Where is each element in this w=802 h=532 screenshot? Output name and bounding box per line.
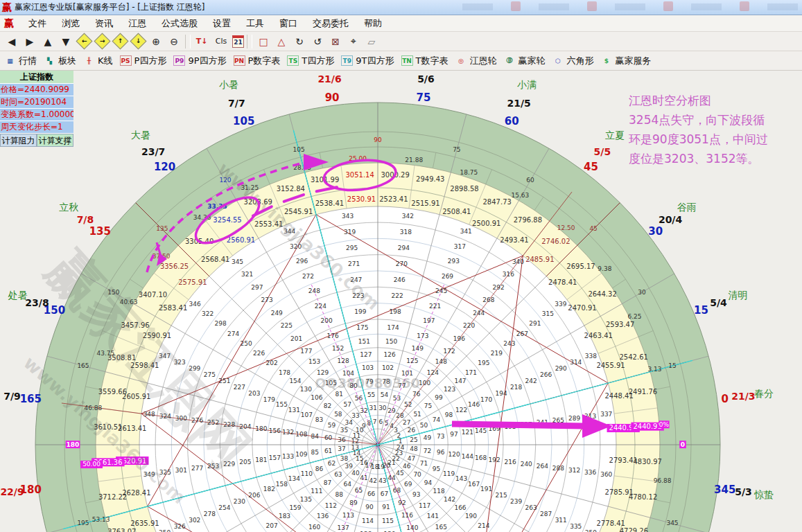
svg-text:239: 239 (510, 498, 522, 505)
center-tool-icon[interactable]: ⌖ (345, 34, 362, 49)
instrument-title: 上证指数 (0, 71, 73, 84)
svg-text:9.38: 9.38 (598, 265, 611, 272)
zoom-out-icon[interactable]: ⊖ (166, 34, 182, 49)
svg-text:24: 24 (396, 444, 405, 451)
toolbar-item-t-square[interactable]: TST四方形 (287, 55, 334, 67)
cls-button-icon[interactable]: Cls (211, 34, 231, 49)
nav-left-icon[interactable]: ◀ (3, 34, 20, 49)
svg-text:341: 341 (460, 228, 472, 235)
svg-text:318: 318 (400, 229, 412, 236)
chart-type-toolbar: ▦行情▚板块╫K线PSP四方形P99P四方形PNP数字表TST四方形T99T四方… (0, 51, 802, 71)
diamond-left-icon[interactable]: ← (76, 34, 92, 49)
eraser-tool-icon[interactable]: ▱ (363, 34, 380, 49)
svg-text:128: 128 (337, 357, 349, 364)
diamond-up-icon[interactable]: ↑ (112, 34, 128, 49)
svg-text:3: 3 (394, 427, 398, 434)
calendar-icon[interactable]: 21 (232, 35, 244, 48)
triangle-tool-icon[interactable]: △ (273, 34, 290, 49)
toolbar-item-winner-service[interactable]: $赢家服务 (600, 55, 651, 67)
t-down-icon[interactable]: T↓ (193, 34, 210, 49)
svg-text:165: 165 (77, 362, 89, 369)
menu-item-9[interactable]: 帮助 (356, 16, 390, 31)
svg-text:27: 27 (403, 419, 410, 426)
svg-text:2530.91: 2530.91 (347, 195, 376, 203)
svg-text:31: 31 (369, 405, 376, 411)
menu-item-5[interactable]: 设置 (205, 16, 238, 31)
nav-up-icon[interactable]: ▲ (40, 34, 56, 49)
svg-text:140: 140 (406, 524, 418, 531)
svg-text:69: 69 (404, 481, 412, 488)
winner-service-label: 赢家服务 (615, 55, 651, 67)
svg-text:75: 75 (424, 402, 432, 409)
calc-resistance-button[interactable]: 计算阻力 (0, 134, 37, 147)
menu-item-4[interactable]: 公式选股 (154, 16, 205, 31)
toolbar-item-p-number-table[interactable]: PNP数字表 (234, 55, 281, 67)
gann-wheel-label: 江恩轮 (469, 55, 496, 67)
svg-text:338: 338 (585, 353, 597, 360)
svg-text:119: 119 (443, 470, 455, 477)
svg-text:4830.97: 4830.97 (634, 458, 662, 466)
menu-item-1[interactable]: 浏览 (54, 16, 87, 31)
svg-text:2778.41: 2778.41 (597, 520, 625, 527)
toolbar-item-t-number-table[interactable]: TNT数字表 (401, 55, 448, 67)
svg-text:127: 127 (360, 351, 372, 358)
svg-text:小暑: 小暑 (219, 79, 238, 90)
menu-item-2[interactable]: 资讯 (87, 16, 121, 31)
svg-text:41: 41 (360, 475, 367, 481)
zoom-in-icon[interactable]: ⊕ (148, 34, 164, 49)
rotate-cw-icon[interactable]: ↻ (291, 34, 308, 49)
t-number-table-label: T数字表 (416, 55, 448, 67)
svg-text:春分: 春分 (754, 388, 774, 399)
svg-text:152: 152 (332, 345, 344, 352)
svg-text:167: 167 (468, 481, 480, 488)
svg-text:136: 136 (317, 513, 329, 520)
box-x-tool-icon[interactable]: ⊠ (327, 34, 344, 49)
rotate-ccw-icon[interactable]: ↺ (309, 34, 326, 49)
panel-field-1: 时间=20190104 (0, 96, 73, 109)
svg-text:291: 291 (529, 320, 541, 327)
toolbar-item-kline[interactable]: ╫K线 (83, 55, 113, 67)
svg-text:75: 75 (416, 91, 430, 104)
svg-text:2542.61: 2542.61 (620, 353, 648, 361)
svg-text:30: 30 (648, 225, 663, 238)
diamond-right-icon[interactable]: → (94, 34, 110, 49)
toolbar-item-9t-square[interactable]: T99T四方形 (341, 55, 394, 67)
toolbar-item-9p-square[interactable]: P99P四方形 (173, 55, 226, 67)
svg-text:264: 264 (537, 463, 548, 470)
svg-text:326: 326 (174, 523, 186, 530)
toolbar-item-sectors[interactable]: ▚板块 (44, 55, 76, 67)
toolbar-item-quotes[interactable]: ▦行情 (4, 55, 37, 67)
nav-down-icon[interactable]: ▼ (58, 34, 74, 49)
svg-text:106: 106 (311, 394, 322, 401)
svg-text:302: 302 (189, 517, 200, 524)
toolbar-item-hexagon[interactable]: ⬡六角形 (552, 55, 593, 67)
svg-text:2949.43: 2949.43 (416, 175, 444, 183)
diamond-down-icon[interactable]: ↓ (130, 34, 146, 49)
menu-item-3[interactable]: 江恩 (121, 16, 154, 31)
svg-text:21.88: 21.88 (405, 157, 423, 163)
menu-item-7[interactable]: 窗口 (272, 16, 305, 31)
svg-text:3559.66: 3559.66 (98, 388, 127, 396)
nav-right-icon[interactable]: ▶ (21, 34, 38, 49)
svg-text:103: 103 (362, 364, 374, 371)
9p-square-icon: P9 (173, 55, 185, 66)
svg-text:350: 350 (159, 529, 171, 532)
menu-item-8[interactable]: 交易委托 (305, 16, 356, 31)
svg-text:72: 72 (424, 447, 431, 454)
svg-text:2500.91: 2500.91 (472, 220, 500, 227)
svg-text:5/4: 5/4 (710, 297, 727, 308)
svg-text:221: 221 (429, 303, 441, 310)
toolbar-item-winner-wheel[interactable]: Ⓑ赢家轮 (503, 55, 545, 67)
svg-text:29: 29 (387, 407, 396, 414)
svg-text:53.13: 53.13 (92, 516, 110, 523)
svg-text:100: 100 (419, 380, 430, 387)
menu-item-6[interactable]: 工具 (238, 16, 272, 31)
window-titlebar: 赢 赢家江恩专业版[赢家服务平台] - [上证指数 江恩轮] (0, 0, 802, 15)
menu-item-0[interactable]: 文件 (21, 16, 54, 31)
watermark-text: QQ380080360 (315, 375, 419, 391)
calc-support-button[interactable]: 计算支撑 (37, 134, 73, 147)
toolbar-item-gann-wheel[interactable]: ◎江恩轮 (455, 55, 496, 67)
toolbar-item-p-square[interactable]: PSP四方形 (120, 55, 167, 67)
svg-text:2560.91: 2560.91 (227, 236, 255, 244)
square-tool-icon[interactable]: □ (255, 34, 272, 49)
